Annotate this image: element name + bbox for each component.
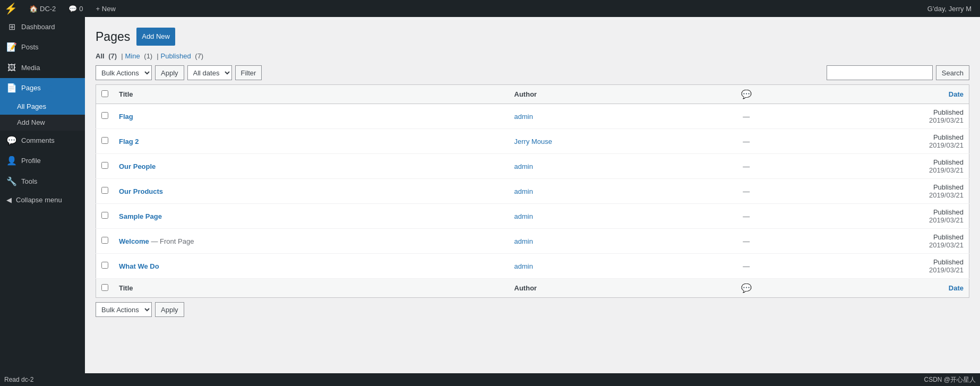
author-link[interactable]: admin: [514, 162, 533, 170]
author-column-header[interactable]: Author: [509, 85, 733, 104]
collapse-icon: ◀: [6, 196, 12, 204]
tools-icon: 🔧: [6, 176, 17, 187]
sidebar: ⊞ Dashboard 📝 Posts 🖼 Media 📄 Pages ◀ Al…: [0, 17, 85, 386]
admin-bar: ⚡ 🏠 DC-2 💬 0 + New G'day, Jerry M: [0, 0, 980, 17]
row-comments-cell: —: [733, 229, 760, 254]
sidebar-item-comments[interactable]: 💬 Comments: [0, 131, 85, 151]
sidebar-item-label: Comments: [21, 136, 55, 145]
collapse-label: Collapse menu: [16, 196, 62, 204]
page-title-link[interactable]: What We Do: [119, 262, 159, 270]
dates-select-top[interactable]: All dates: [187, 65, 232, 80]
select-all-footer-checkbox[interactable]: [101, 284, 108, 291]
row-author-cell: Jerry Mouse: [509, 129, 733, 154]
sidebar-item-posts[interactable]: 📝 Posts: [0, 37, 85, 57]
row-checkbox-cell: [96, 204, 114, 229]
filter-all-link[interactable]: All (7): [96, 52, 119, 60]
row-comments-cell: —: [733, 104, 760, 129]
page-title-link[interactable]: Flag: [119, 113, 133, 121]
page-title-link[interactable]: Our Products: [119, 187, 163, 195]
site-name-item[interactable]: 🏠 DC-2: [24, 0, 61, 17]
bulk-actions-select-bottom[interactable]: Bulk Actions: [96, 302, 152, 317]
table-body: Flag admin — Published 2019/03/21 Flag 2: [96, 104, 969, 279]
sidebar-item-pages[interactable]: 📄 Pages ◀: [0, 78, 85, 98]
row-author-cell: admin: [509, 254, 733, 279]
comments-item[interactable]: 💬 0: [63, 0, 88, 17]
row-checkbox-cell: [96, 104, 114, 129]
row-date-cell: Published 2019/03/21: [760, 204, 969, 229]
row-date: 2019/03/21: [765, 241, 964, 249]
page-title-link[interactable]: Flag 2: [119, 138, 139, 145]
search-button[interactable]: Search: [936, 65, 969, 80]
wordpress-logo[interactable]: ⚡: [4, 2, 18, 15]
sidebar-item-profile[interactable]: 👤 Profile: [0, 151, 85, 171]
row-author-cell: admin: [509, 204, 733, 229]
row-title-cell: Our Products: [114, 179, 509, 204]
row-status: Published: [765, 233, 964, 241]
filter-mine-link[interactable]: Mine (1): [125, 52, 155, 60]
tablenav-top: Bulk Actions Apply All dates Filter Sear…: [96, 65, 969, 80]
row-date: 2019/03/21: [765, 141, 964, 149]
row-title-cell: Sample Page: [114, 204, 509, 229]
page-title-link[interactable]: Our People: [119, 162, 156, 170]
apply-button-bottom[interactable]: Apply: [155, 302, 184, 317]
sidebar-item-label: Pages: [21, 83, 41, 93]
row-checkbox[interactable]: [101, 262, 108, 269]
row-checkbox[interactable]: [101, 137, 108, 144]
row-date-cell: Published 2019/03/21: [760, 104, 969, 129]
search-input[interactable]: [827, 65, 933, 80]
author-link[interactable]: admin: [514, 187, 533, 195]
sidebar-item-label: Dashboard: [21, 22, 55, 32]
page-title-link[interactable]: Welcome: [119, 237, 149, 245]
row-title-cell: Welcome — Front Page: [114, 229, 509, 254]
posts-icon: 📝: [6, 41, 17, 53]
row-checkbox[interactable]: [101, 112, 108, 119]
row-status: Published: [765, 108, 964, 116]
sidebar-item-all-pages[interactable]: All Pages: [0, 99, 85, 115]
filter-published-link[interactable]: Published (7): [161, 52, 206, 60]
table-row: Our Products admin — Published 2019/03/2…: [96, 179, 969, 204]
author-link[interactable]: Jerry Mouse: [514, 138, 553, 145]
title-column-header[interactable]: Title: [114, 85, 509, 104]
apply-button-top[interactable]: Apply: [155, 65, 184, 80]
row-author-cell: admin: [509, 229, 733, 254]
page-title-link[interactable]: Sample Page: [119, 212, 162, 220]
row-checkbox[interactable]: [101, 237, 108, 244]
row-title-cell: Our People: [114, 154, 509, 179]
main-content: Pages Add New All (7) | Mine (1) | Publi…: [85, 17, 980, 386]
author-link[interactable]: admin: [514, 262, 533, 270]
row-date-cell: Published 2019/03/21: [760, 179, 969, 204]
add-new-button[interactable]: Add New: [136, 28, 175, 46]
author-link[interactable]: admin: [514, 237, 533, 245]
row-title-cell: What We Do: [114, 254, 509, 279]
row-checkbox[interactable]: [101, 187, 108, 194]
comments-count: 0: [79, 5, 83, 13]
sidebar-item-add-new[interactable]: Add New: [0, 115, 85, 131]
admin-bar-left: ⚡ 🏠 DC-2 💬 0 + New: [4, 0, 923, 17]
row-date-cell: Published 2019/03/21: [760, 129, 969, 154]
author-link[interactable]: admin: [514, 113, 533, 121]
status-bar-left: Read dc-2: [4, 376, 33, 383]
author-footer-header: Author: [509, 279, 733, 298]
bulk-actions-select-top[interactable]: Bulk Actions: [96, 65, 152, 80]
sidebar-item-tools[interactable]: 🔧 Tools: [0, 171, 85, 192]
home-icon: 🏠: [29, 5, 38, 13]
filter-button-top[interactable]: Filter: [235, 65, 262, 80]
author-link[interactable]: admin: [514, 212, 533, 220]
row-comments-cell: —: [733, 154, 760, 179]
row-author-cell: admin: [509, 179, 733, 204]
date-column-header[interactable]: Date: [760, 85, 969, 104]
table-row: Our People admin — Published 2019/03/21: [96, 154, 969, 179]
row-checkbox[interactable]: [101, 162, 108, 169]
collapse-menu[interactable]: ◀ Collapse menu: [0, 192, 85, 208]
tablenav-right: Search: [827, 65, 969, 80]
add-new-label: Add New: [17, 118, 45, 127]
new-content-item[interactable]: + New: [91, 0, 121, 17]
sidebar-item-dashboard[interactable]: ⊞ Dashboard: [0, 17, 85, 37]
row-checkbox[interactable]: [101, 212, 108, 219]
select-all-checkbox[interactable]: [101, 90, 108, 97]
sidebar-item-media[interactable]: 🖼 Media: [0, 58, 85, 78]
comment-bubble-footer-icon: 💬: [741, 284, 752, 293]
all-pages-label: All Pages: [17, 102, 46, 111]
title-footer-header: Title: [114, 279, 509, 298]
row-checkbox-cell: [96, 154, 114, 179]
